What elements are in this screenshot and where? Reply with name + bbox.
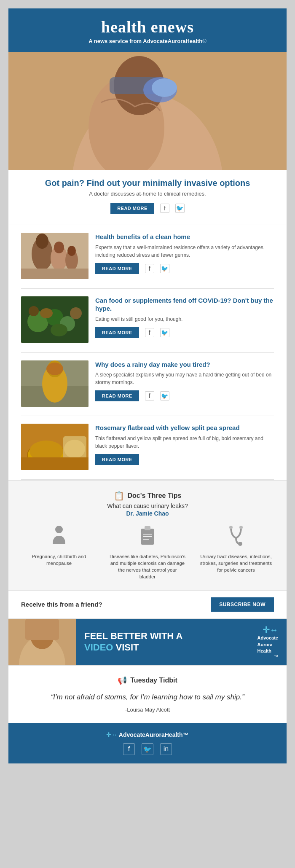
svg-point-22 bbox=[51, 324, 67, 336]
article-3-read-more-button[interactable]: READ MORE bbox=[95, 390, 139, 401]
article-2-thumbnail bbox=[21, 296, 88, 343]
svg-point-9 bbox=[36, 234, 48, 249]
footer-facebook-icon[interactable]: f bbox=[123, 743, 135, 755]
article-1-twitter-icon[interactable]: 🐦 bbox=[160, 264, 169, 273]
article-4-content: Rosemary flatbread with yellow split pea… bbox=[95, 424, 274, 472]
hero-image bbox=[8, 52, 287, 170]
article-item: Can food or supplements fend off COVID-1… bbox=[21, 289, 274, 353]
article-4-description: This flatbread and yellow split pea spre… bbox=[95, 435, 274, 450]
article-2-facebook-icon[interactable]: f bbox=[145, 328, 154, 337]
subscribe-banner: Receive this from a friend? SUBSCRIBE NO… bbox=[8, 590, 287, 619]
site-title: health enews bbox=[17, 18, 278, 36]
hero-description: A doctor discusses at-home to clinical r… bbox=[25, 191, 270, 197]
svg-point-13 bbox=[67, 246, 76, 256]
docs-tips-section: 📋 Doc's Three Tips What can cause urinar… bbox=[8, 480, 287, 590]
hero-title: Got pain? Find out your minimally invasi… bbox=[25, 178, 270, 188]
article-4-actions: READ MORE bbox=[95, 454, 274, 465]
article-1-read-more-button[interactable]: READ MORE bbox=[95, 263, 139, 274]
person-icon bbox=[21, 525, 97, 549]
site-subtitle: A news service from AdvocateAuroraHealth… bbox=[17, 38, 278, 44]
video-banner-content: FEEL BETTER WITH A VIDEO VISIT bbox=[76, 624, 257, 660]
article-list: Health benefits of a clean home Experts … bbox=[8, 225, 287, 480]
svg-rect-46 bbox=[25, 619, 59, 640]
article-4-thumbnail bbox=[21, 424, 88, 470]
tip-3-text: Urinary tract diseases, infections, stro… bbox=[198, 553, 274, 573]
article-2-description: Eating well is still good for you, thoug… bbox=[95, 315, 274, 323]
article-item: Rosemary flatbread with yellow split pea… bbox=[21, 416, 274, 480]
article-1-facebook-icon[interactable]: f bbox=[145, 264, 154, 273]
footer-linkedin-icon[interactable]: in bbox=[160, 743, 172, 755]
hero-twitter-icon[interactable]: 🐦 bbox=[175, 204, 185, 213]
video-banner-title: FEEL BETTER WITH A VIDEO VISIT bbox=[84, 631, 249, 653]
article-1-thumbnail bbox=[21, 233, 88, 279]
medical-clipboard-icon bbox=[110, 525, 185, 549]
video-banner-logo: ✛↔ AdvocateAuroraHealth ™ bbox=[257, 625, 287, 659]
article-2-actions: READ MORE f 🐦 bbox=[95, 327, 274, 338]
svg-point-21 bbox=[70, 307, 82, 319]
subtitle-brand: AdvocateAuroraHealth bbox=[143, 38, 202, 44]
docs-tips-doctor: Dr. Jamie Chao bbox=[17, 510, 278, 517]
site-header: health enews A news service from Advocat… bbox=[8, 8, 287, 52]
tidbit-title: Tuesday Tidbit bbox=[130, 677, 177, 684]
svg-point-19 bbox=[40, 308, 53, 318]
article-item: Health benefits of a clean home Experts … bbox=[21, 225, 274, 289]
svg-rect-39 bbox=[143, 539, 149, 540]
tidbit-quote: “I’m not afraid of storms, for I’m learn… bbox=[34, 692, 261, 703]
docs-tips-question: What can cause urinary leaks? bbox=[17, 503, 278, 509]
article-3-twitter-icon[interactable]: 🐦 bbox=[160, 391, 169, 400]
article-1-description: Experts say that a well-maintained resid… bbox=[95, 244, 274, 259]
tidbit-header: 📢 Tuesday Tidbit bbox=[34, 676, 261, 685]
svg-point-34 bbox=[55, 526, 63, 533]
megaphone-icon: 📢 bbox=[118, 676, 127, 685]
hero-actions: READ MORE f 🐦 bbox=[25, 203, 270, 214]
hero-image-inner bbox=[8, 52, 287, 170]
article-3-description: A sleep specialist explains why you may … bbox=[95, 371, 274, 386]
footer-twitter-icon[interactable]: 🐦 bbox=[142, 743, 153, 755]
svg-point-6 bbox=[152, 78, 177, 97]
hero-facebook-icon[interactable]: f bbox=[160, 204, 169, 213]
hero-illustration bbox=[8, 52, 287, 170]
svg-point-20 bbox=[29, 306, 39, 316]
video-banner-image bbox=[8, 619, 76, 665]
article-1-content: Health benefits of a clean home Experts … bbox=[95, 233, 274, 281]
footer-plus-icon: ✛↔ bbox=[106, 731, 118, 738]
svg-rect-33 bbox=[21, 457, 88, 470]
hero-section: Got pain? Find out your minimally invasi… bbox=[8, 170, 287, 225]
video-banner-highlight: VIDEO bbox=[84, 642, 113, 653]
svg-rect-27 bbox=[46, 363, 63, 375]
article-4-read-more-button[interactable]: READ MORE bbox=[95, 454, 139, 465]
svg-rect-38 bbox=[143, 536, 152, 537]
tip-item: Diseases like diabetes, Parkinson's and … bbox=[105, 525, 190, 580]
svg-point-42 bbox=[239, 526, 243, 529]
footer-social-links: f 🐦 in bbox=[17, 743, 278, 755]
article-3-thumbnail bbox=[21, 360, 88, 407]
footer-brand-name: AdvocateAuroraHealth bbox=[119, 731, 183, 738]
tip-1-text: Pregnancy, childbirth and menopause bbox=[21, 553, 97, 567]
article-3-facebook-icon[interactable]: f bbox=[145, 391, 154, 400]
article-3-content: Why does a rainy day make you tired? A s… bbox=[95, 360, 274, 408]
subscribe-button[interactable]: SUBSCRIBE NOW bbox=[211, 597, 274, 612]
tip-item: Urinary tract diseases, infections, stro… bbox=[194, 525, 278, 580]
svg-point-40 bbox=[238, 542, 242, 546]
site-footer: ✛↔ AdvocateAuroraHealth™ f 🐦 in bbox=[8, 723, 287, 763]
article-2-content: Can food or supplements fend off COVID-1… bbox=[95, 296, 274, 345]
docs-tips-header: 📋 Doc's Three Tips bbox=[17, 491, 278, 501]
clipboard-icon: 📋 bbox=[114, 491, 124, 501]
footer-logo: ✛↔ AdvocateAuroraHealth™ bbox=[17, 731, 278, 738]
svg-rect-37 bbox=[143, 534, 152, 535]
article-2-read-more-button[interactable]: READ MORE bbox=[95, 327, 139, 338]
subtitle-prefix: A news service from bbox=[88, 38, 143, 44]
tip-2-text: Diseases like diabetes, Parkinson's and … bbox=[110, 553, 185, 580]
svg-point-32 bbox=[64, 440, 85, 458]
article-item: Why does a rainy day make you tired? A s… bbox=[21, 353, 274, 417]
article-2-twitter-icon[interactable]: 🐦 bbox=[160, 328, 169, 337]
subscribe-text: Receive this from a friend? bbox=[21, 601, 102, 608]
article-3-actions: READ MORE f 🐦 bbox=[95, 390, 274, 401]
stethoscope-icon bbox=[198, 525, 274, 549]
article-1-title: Health benefits of a clean home bbox=[95, 233, 274, 241]
svg-point-41 bbox=[229, 526, 233, 529]
svg-point-11 bbox=[54, 242, 64, 253]
hero-read-more-button[interactable]: READ MORE bbox=[110, 203, 154, 214]
docs-tips-title: Doc's Three Tips bbox=[128, 492, 182, 500]
video-banner[interactable]: FEEL BETTER WITH A VIDEO VISIT ✛↔ Advoca… bbox=[8, 619, 287, 665]
